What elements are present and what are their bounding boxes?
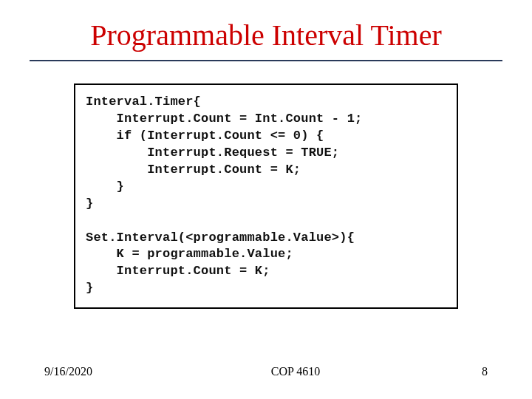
footer-page: 8 — [458, 365, 488, 378]
slide-title: Programmable Interval Timer — [30, 13, 502, 60]
divider — [30, 60, 502, 61]
code-block: Interval.Timer{ Interrupt.Count = Int.Co… — [86, 94, 446, 297]
footer: 9/16/2020 COP 4610 8 — [0, 365, 532, 378]
footer-date: 9/16/2020 — [44, 365, 133, 378]
code-box: Interval.Timer{ Interrupt.Count = Int.Co… — [74, 83, 458, 309]
slide: Programmable Interval Timer Interval.Tim… — [0, 0, 532, 399]
footer-course: COP 4610 — [133, 365, 458, 378]
